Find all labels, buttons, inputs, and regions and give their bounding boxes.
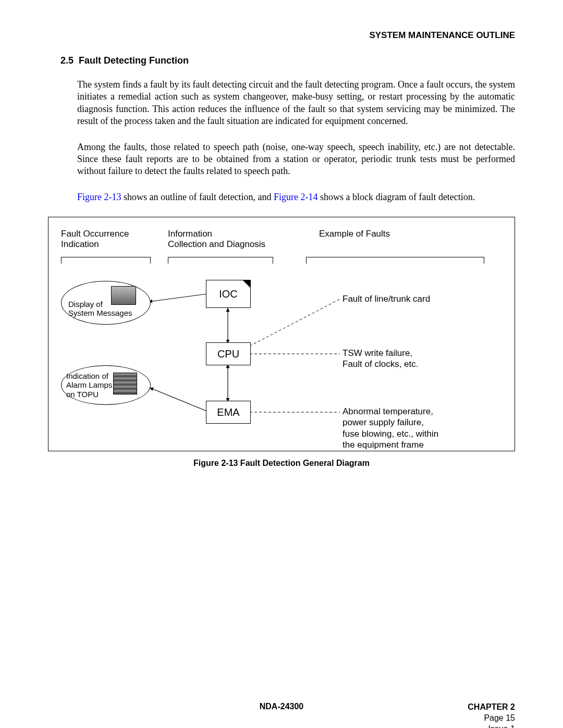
figure-ref-2-13[interactable]: Figure 2-13	[77, 192, 121, 202]
node-ioc: IOC	[206, 280, 251, 308]
diagram-canvas: IOC CPU EMA Display of System Messages I…	[61, 270, 502, 448]
node-cpu: CPU	[206, 342, 251, 365]
figure-ref-2-14[interactable]: Figure 2-14	[274, 192, 318, 202]
bracket-col1	[61, 257, 151, 264]
footer-issue: Issue 1	[468, 724, 515, 728]
svg-line-1	[150, 388, 207, 411]
ellipse2-line3: on TOPU	[66, 390, 112, 399]
node-corner-icon	[243, 280, 250, 288]
running-header: SYSTEM MAINTENANCE OUTLINE	[48, 30, 515, 41]
col1-line2: Indication	[61, 239, 168, 250]
paragraph-3-end: shows a block diagram of fault detection…	[317, 192, 475, 202]
svg-line-4	[250, 299, 340, 346]
bracket-col2	[168, 257, 273, 264]
col1-line1: Fault Occurrence	[61, 229, 168, 239]
fault-example-2b: Fault of clocks, etc.	[342, 359, 419, 369]
fault-example-1: Fault of line/trunk card	[342, 293, 430, 304]
node-cpu-label: CPU	[217, 348, 239, 360]
fault-example-3b: power supply failure,	[342, 417, 438, 428]
bracket-col3	[306, 257, 484, 264]
paragraph-2: Among the faults, those related to speec…	[77, 141, 515, 178]
fault-example-3d: the equipment frame	[342, 439, 438, 450]
fault-example-3a: Abnormal temperature,	[342, 406, 438, 417]
section-heading: 2.5 Fault Detecting Function	[60, 55, 515, 66]
ellipse2-line2: Alarm Lamps	[66, 380, 112, 389]
fault-example-2a: TSW write failure,	[342, 348, 419, 359]
footer-page: Page 15	[468, 713, 515, 724]
node-ema-label: EMA	[217, 406, 239, 418]
ellipse1-line2: System Messages	[68, 309, 132, 317]
paragraph-3-mid: shows an outline of fault detection, and	[121, 192, 274, 202]
paragraph-3: Figure 2-13 shows an outline of fault de…	[77, 191, 515, 203]
svg-line-0	[149, 294, 207, 302]
rack-icon	[113, 373, 137, 394]
figure-2-13-frame: Fault Occurrence Indication Information …	[48, 217, 515, 451]
col3-line1: Example of Faults	[319, 229, 502, 239]
ellipse2-line1: Indication of	[66, 372, 112, 380]
col2-line2: Collection and Diagnosis	[168, 239, 314, 250]
node-ioc-label: IOC	[219, 288, 238, 300]
footer-chapter: CHAPTER 2	[468, 702, 515, 713]
footer-docnum: NDA-24300	[48, 702, 515, 711]
ellipse1-line1: Display of	[68, 300, 132, 309]
section-number: 2.5	[60, 55, 74, 66]
fault-example-3c: fuse blowing, etc., within	[342, 428, 438, 439]
node-ema: EMA	[206, 401, 251, 424]
section-title: Fault Detecting Function	[79, 55, 189, 66]
figure-caption: Figure 2-13 Fault Detection General Diag…	[48, 459, 515, 468]
paragraph-1: The system finds a fault by its fault de…	[77, 79, 515, 128]
col2-line1: Information	[168, 229, 314, 239]
